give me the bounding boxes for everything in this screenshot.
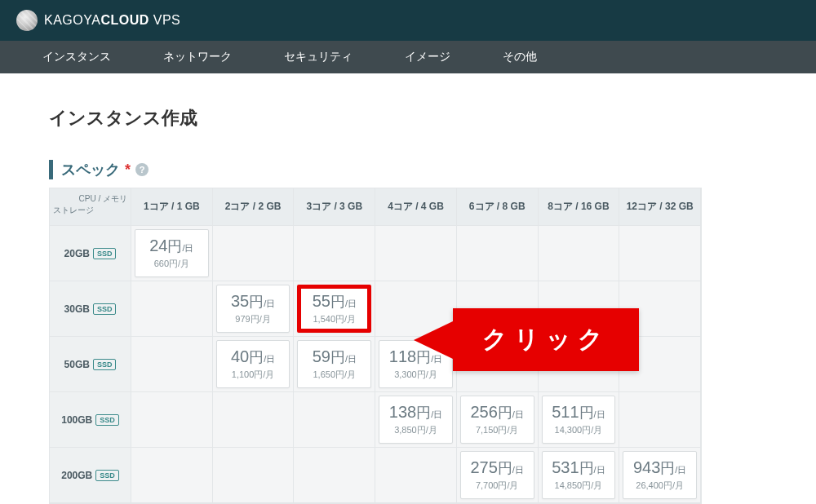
row-header: 20GBSSD [50, 226, 131, 281]
brand-text-1: KAGOYA [44, 13, 100, 27]
spec-cell: 275円/日7,700円/月 [457, 448, 539, 503]
app-header: KAGOYACLOUD VPS [0, 0, 816, 41]
row-header: 100GBSSD [50, 392, 131, 448]
main-nav: インスタンス ネットワーク セキュリティ イメージ その他 [0, 41, 816, 73]
spec-cell [294, 392, 375, 448]
price-card[interactable]: 40円/日1,100円/月 [216, 340, 290, 388]
spec-cell [619, 392, 701, 448]
help-icon[interactable]: ? [135, 163, 149, 176]
required-mark: * [125, 161, 131, 179]
spec-cell: 55円/日1,540円/月 [294, 281, 375, 337]
page-title: インスタンス作成 [49, 106, 702, 130]
spec-cell [131, 281, 213, 337]
price-card[interactable]: 24円/日660円/月 [135, 229, 209, 277]
price-card[interactable]: 59円/日1,650円/月 [297, 340, 371, 388]
price-card[interactable]: 943円/日26,400円/月 [623, 451, 697, 499]
spec-cell [294, 448, 375, 503]
ssd-badge: SSD [93, 248, 117, 259]
spec-cell: 40円/日1,100円/月 [213, 337, 295, 392]
brand-text-3: VPS [149, 13, 180, 27]
spec-cell [619, 226, 701, 281]
spec-cell: 138円/日3,850円/月 [375, 392, 457, 448]
price-card[interactable]: 138円/日3,850円/月 [379, 396, 453, 444]
spec-cell [131, 337, 213, 392]
spec-cell [213, 226, 295, 281]
table-corner: CPU / メモリストレージ [50, 188, 131, 226]
row-header: 200GBSSD [50, 448, 131, 503]
globe-icon [16, 10, 38, 31]
nav-other[interactable]: その他 [477, 41, 563, 73]
nav-network[interactable]: ネットワーク [137, 41, 258, 73]
spec-cell [294, 226, 375, 281]
spec-cell [131, 392, 213, 448]
brand-logo: KAGOYACLOUD VPS [16, 10, 180, 31]
spec-cell [213, 448, 295, 503]
price-card[interactable]: 256円/日7,150円/月 [460, 396, 534, 444]
ssd-badge: SSD [95, 470, 119, 481]
main-content: インスタンス作成 スペック * ? CPU / メモリストレージ1コア / 1 … [0, 73, 751, 504]
ssd-badge: SSD [93, 359, 117, 370]
spec-cell: 531円/日14,850円/月 [539, 448, 620, 503]
col-header: 12コア / 32 GB [619, 188, 701, 226]
spec-cell: 511円/日14,300円/月 [539, 392, 620, 448]
ssd-badge: SSD [93, 303, 117, 315]
spec-cell: 59円/日1,650円/月 [294, 337, 375, 392]
price-card[interactable]: 35円/日979円/月 [216, 285, 290, 333]
spec-cell [375, 448, 457, 503]
col-header: 1コア / 1 GB [131, 188, 213, 226]
row-header: 50GBSSD [50, 337, 131, 392]
row-header: 30GBSSD [50, 281, 131, 337]
section-spec-title: スペック * ? [49, 160, 702, 179]
col-header: 4コア / 4 GB [375, 188, 457, 226]
col-header: 8コア / 16 GB [539, 188, 620, 226]
callout-annotation: クリック [453, 308, 639, 371]
spec-cell [375, 226, 457, 281]
price-card[interactable]: 511円/日14,300円/月 [542, 396, 616, 444]
col-header: 6コア / 8 GB [457, 188, 539, 226]
spec-cell: 943円/日26,400円/月 [619, 448, 701, 503]
ssd-badge: SSD [95, 414, 119, 426]
nav-image[interactable]: イメージ [379, 41, 477, 73]
col-header: 3コア / 3 GB [294, 188, 375, 226]
spec-cell [213, 392, 295, 448]
spec-cell [131, 448, 213, 503]
nav-instance[interactable]: インスタンス [16, 41, 137, 73]
brand-text-2: CLOUD [100, 13, 149, 27]
nav-security[interactable]: セキュリティ [258, 41, 379, 73]
spec-cell: 24円/日660円/月 [131, 226, 213, 281]
price-card[interactable]: 275円/日7,700円/月 [460, 451, 534, 499]
spec-cell [457, 226, 539, 281]
callout-label: クリック [453, 308, 639, 371]
price-card-highlighted[interactable]: 55円/日1,540円/月 [297, 285, 371, 333]
arrow-left-icon [414, 321, 455, 360]
spec-cell: 35円/日979円/月 [213, 281, 295, 337]
col-header: 2コア / 2 GB [213, 188, 295, 226]
price-card[interactable]: 531円/日14,850円/月 [542, 451, 616, 499]
spec-cell: 256円/日7,150円/月 [457, 392, 539, 448]
spec-cell [539, 226, 620, 281]
